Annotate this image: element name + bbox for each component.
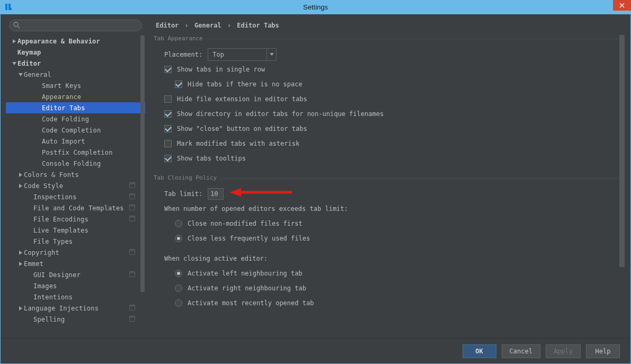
cb-show-dir[interactable]: Show directory in editor tabs for non-un… [154,108,625,120]
svg-rect-14 [130,249,135,251]
tree-item-label: Inspections [33,193,129,201]
tree-item-language-injections[interactable]: Language Injections [6,303,145,314]
main-panel: Appearance & BehaviorKeymapEditorGeneral… [1,14,630,338]
tree-item-label: Intentions [33,294,138,301]
radio-act-recent[interactable]: Activate most recently opened tab [154,297,625,309]
closing-active-label: When closing active editor: [154,252,625,265]
scope-icon [129,271,136,279]
breadcrumb-seg: Editor [156,22,179,29]
tree-item-file-encodings[interactable]: File Encodings [6,214,145,225]
titlebar[interactable]: Settings [0,0,631,14]
radio-close-nonmod[interactable]: Close non-modified files first [154,217,625,230]
tree-item-label: File Types [33,238,138,245]
breadcrumb-sep: › [185,22,189,29]
cancel-button[interactable]: Cancel [502,344,540,358]
tree-item-colors-fonts[interactable]: Colors & Fonts [6,169,145,180]
sidebar-scrollbar[interactable] [140,35,145,334]
tree-item-label: Editor Tabs [42,104,138,112]
cb-hide-ext[interactable]: Hide file extension in editor tabs [154,93,625,105]
search-input[interactable] [9,20,142,31]
tree-item-label: Language Injections [24,305,129,312]
settings-window: Settings Appearance & BehaviorKeymapEdi [0,0,631,364]
search-icon [13,22,20,30]
scope-icon [129,193,136,201]
tree-item-appearance[interactable]: Appearance [6,91,145,102]
cb-mark-modified[interactable]: Mark modified tabs with asterisk [154,137,625,150]
svg-rect-2 [11,8,12,10]
svg-line-4 [17,26,20,28]
tree-item-gui-designer[interactable]: GUI Designer [6,269,145,280]
tab-limit-input[interactable] [208,188,224,200]
ok-button[interactable]: OK [463,344,496,358]
cb-single-row[interactable]: Show tabs in single row [154,63,625,76]
tree-item-smart-keys[interactable]: Smart Keys [6,80,145,91]
tree-item-label: Spelling [33,316,129,323]
tree-item-label: Emmet [24,260,138,268]
tree-item-file-and-code-templates[interactable]: File and Code Templates [6,202,145,214]
tree-item-code-folding[interactable]: Code Folding [6,113,145,125]
tree-item-code-completion[interactable]: Code Completion [6,125,145,136]
breadcrumb-seg: Editor Tabs [237,22,279,29]
tree-item-auto-import[interactable]: Auto Import [6,136,145,147]
row-placement: Placement: Top [154,48,625,61]
cb-show-close[interactable]: Show "close" button on editor tabs [154,122,625,135]
tree-item-editor-tabs[interactable]: Editor Tabs [6,102,145,113]
svg-rect-20 [130,316,135,317]
cb-hide-no-space[interactable]: Hide tabs if there is no space [154,78,625,91]
radio-close-lfu[interactable]: Close less frequently used files [154,232,625,245]
settings-search [9,20,142,31]
placement-select[interactable]: Top [208,48,277,61]
tree-item-appearance-behavior[interactable]: Appearance & Behavior [6,35,145,47]
tree-item-label: Smart Keys [42,82,138,90]
tree-item-intentions[interactable]: Intentions [6,291,145,303]
tree-item-label: Live Templates [33,227,138,234]
scope-icon [129,204,136,212]
tree-item-code-style[interactable]: Code Style [6,180,145,191]
tree-item-postfix-completion[interactable]: Postfix Completion [6,147,145,158]
tree-item-emmet[interactable]: Emmet [6,258,145,269]
scope-icon [129,182,136,190]
radio-act-left[interactable]: Activate left neighbouring tab [154,267,625,280]
chevron-right-icon [17,262,24,266]
tree-item-general[interactable]: General [6,69,145,80]
radio-icon [175,270,182,277]
dropdown-icon [266,49,276,60]
tree-item-keymap[interactable]: Keymap [6,47,145,58]
svg-rect-16 [130,271,135,273]
chevron-down-icon [11,61,17,66]
tree-item-label: Code Style [24,182,129,190]
checkbox-icon [164,155,172,162]
help-button[interactable]: Help [586,344,620,358]
tree-item-label: Editor [17,60,138,67]
chevron-right-icon [11,39,17,43]
row-tab-limit: Tab limit: [154,188,625,200]
svg-rect-18 [130,305,135,306]
radio-icon [175,235,182,242]
tree-item-label: Console Folding [42,160,138,167]
checkbox-icon [164,125,172,132]
tree-item-label: Auto Import [42,138,138,145]
tree-item-spelling[interactable]: Spelling [6,314,145,325]
breadcrumb: Editor › General › Editor Tabs [154,20,625,34]
cb-tooltips[interactable]: Show tabs tooltips [154,152,625,165]
tree-item-copyright[interactable]: Copyright [6,247,145,258]
tree-item-label: Copyright [24,249,129,256]
tree-item-inspections[interactable]: Inspections [6,191,145,202]
tree-item-label: General [24,71,138,78]
svg-rect-12 [130,216,135,217]
apply-button[interactable]: Apply [546,344,581,358]
radio-act-right[interactable]: Activate right neighbouring tab [154,282,625,295]
checkbox-icon [175,81,182,88]
tree-item-images[interactable]: Images [6,280,145,291]
tree-item-label: Colors & Fonts [24,171,138,179]
tree-item-file-types[interactable]: File Types [6,236,145,247]
content-panel: Editor › General › Editor Tabs Tab Appea… [148,14,630,338]
breadcrumb-seg: General [194,22,221,29]
radio-icon [175,299,182,307]
tree-item-live-templates[interactable]: Live Templates [6,225,145,236]
tree-item-console-folding[interactable]: Console Folding [6,158,145,169]
content-scrollbar[interactable] [619,35,625,333]
settings-client: Appearance & BehaviorKeymapEditorGeneral… [1,14,630,363]
tree-item-editor[interactable]: Editor [6,58,145,69]
window-close-button[interactable] [613,0,631,11]
